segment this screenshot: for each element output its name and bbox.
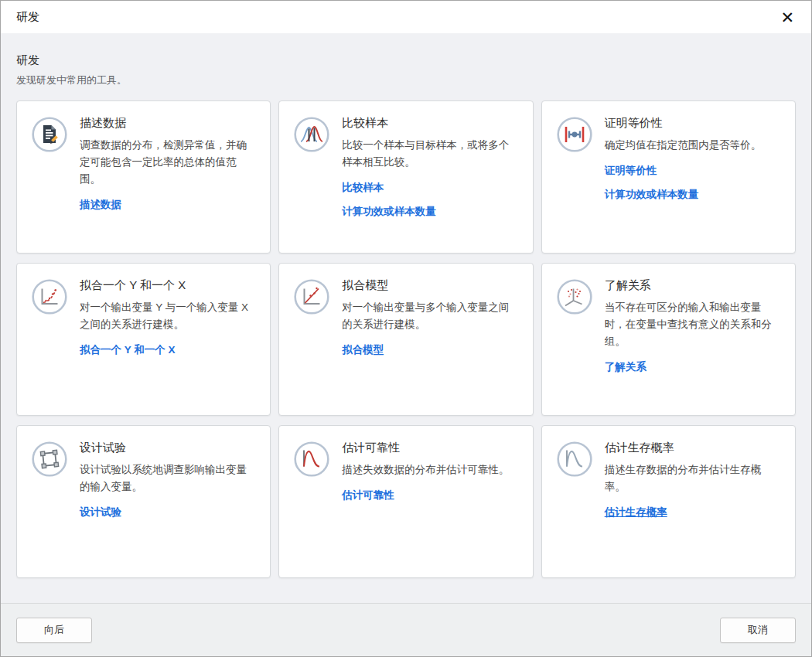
scatter-line-fit-icon — [293, 278, 330, 315]
close-icon[interactable]: ✕ — [777, 8, 797, 27]
card-title: 拟合模型 — [342, 278, 518, 293]
card-estimate-survival: 估计生存概率 描述生存数据的分布并估计生存概率。 估计生存概率 — [541, 425, 796, 578]
card-description: 确定均值在指定范围内是否等价。 — [605, 137, 781, 154]
card-description: 对一个输出变量 Y 与一个输入变量 X 之间的关系进行建模。 — [80, 299, 256, 333]
section-heading: 研发 — [16, 53, 796, 68]
card-description: 当不存在可区分的输入和输出变量时，在变量中查找有意义的关系和分组。 — [605, 299, 781, 350]
card-prove-equivalence: 证明等价性 确定均值在指定范围内是否等价。 证明等价性 计算功效或样本数量 — [541, 100, 796, 254]
scatter-curve-fit-icon — [31, 278, 68, 315]
card-fit-one-y-one-x: 拟合一个 Y 和一个 X 对一个输出变量 Y 与一个输入变量 X 之间的关系进行… — [16, 263, 271, 416]
card-title: 设计试验 — [80, 441, 256, 455]
card-design-experiment: 设计试验 设计试验以系统地调查影响输出变量的输入变量。 设计试验 — [16, 425, 271, 578]
card-title: 了解关系 — [605, 278, 781, 293]
card-compare-samples: 比较样本 比较一个样本与目标样本，或将多个样本相互比较。 比较样本 计算功效或样… — [278, 100, 533, 254]
dialog-title: 研发 — [16, 10, 39, 25]
section-subtitle: 发现研发中常用的工具。 — [16, 73, 796, 87]
tool-card-grid: 描述数据 调查数据的分布，检测异常值，并确定可能包含一定比率的总体的值范围。 描… — [16, 100, 796, 578]
failure-distribution-icon — [293, 441, 330, 478]
card-description: 比较一个样本与目标样本，或将多个样本相互比较。 — [342, 137, 518, 171]
equivalence-interval-icon — [556, 116, 593, 153]
dialog-content: 研发 发现研发中常用的工具。 — [1, 33, 811, 603]
card-title: 估计生存概率 — [605, 441, 781, 455]
estimate-reliability-link[interactable]: 估计可靠性 — [342, 488, 394, 502]
design-square-icon — [31, 441, 68, 478]
dialog-footer: 向后 取消 — [1, 603, 811, 656]
compare-samples-link[interactable]: 比较样本 — [342, 181, 384, 195]
card-discover-relationships: 了解关系 当不存在可区分的输入和输出变量时，在变量中查找有意义的关系和分组。 了… — [541, 263, 796, 416]
card-describe-data: 描述数据 调查数据的分布，检测异常值，并确定可能包含一定比率的总体的值范围。 描… — [16, 100, 271, 254]
estimate-survival-link[interactable]: 估计生存概率 — [605, 506, 667, 519]
back-button[interactable]: 向后 — [16, 618, 92, 643]
card-fit-model: 拟合模型 对一个输出变量与多个输入变量之间的关系进行建模。 拟合模型 — [278, 263, 533, 416]
fit-model-link[interactable]: 拟合模型 — [342, 343, 384, 357]
describe-data-link[interactable]: 描述数据 — [80, 198, 121, 212]
card-description: 描述生存数据的分布并估计生存概率。 — [605, 461, 781, 495]
power-sample-size-link[interactable]: 计算功效或样本数量 — [605, 188, 699, 202]
survival-distribution-icon — [556, 441, 593, 478]
discover-relationships-link[interactable]: 了解关系 — [605, 360, 647, 374]
card-description: 设计试验以系统地调查影响输出变量的输入变量。 — [80, 461, 256, 495]
cancel-button[interactable]: 取消 — [720, 618, 796, 643]
card-title: 证明等价性 — [605, 116, 781, 131]
card-title: 拟合一个 Y 和一个 X — [80, 278, 256, 293]
design-experiment-link[interactable]: 设计试验 — [80, 506, 121, 519]
card-description: 调查数据的分布，检测异常值，并确定可能包含一定比率的总体的值范围。 — [80, 137, 256, 188]
card-estimate-reliability: 估计可靠性 描述失效数据的分布并估计可靠性。 估计可靠性 — [278, 425, 533, 578]
rd-tools-dialog: 研发 ✕ 研发 发现研发中常用的工具。 — [0, 0, 812, 657]
prove-equivalence-link[interactable]: 证明等价性 — [605, 164, 657, 178]
card-title: 比较样本 — [342, 116, 518, 131]
card-description: 对一个输出变量与多个输入变量之间的关系进行建模。 — [342, 299, 518, 333]
card-title: 估计可靠性 — [342, 441, 518, 455]
power-sample-size-link[interactable]: 计算功效或样本数量 — [342, 205, 436, 219]
overlapping-distributions-icon — [293, 116, 330, 153]
dialog-titlebar: 研发 ✕ — [1, 1, 811, 33]
card-description: 描述失效数据的分布并估计可靠性。 — [342, 461, 518, 478]
3d-scatter-icon — [556, 278, 593, 315]
document-pencil-icon — [31, 116, 68, 153]
card-title: 描述数据 — [80, 116, 256, 131]
fit-one-y-one-x-link[interactable]: 拟合一个 Y 和一个 X — [80, 343, 176, 357]
